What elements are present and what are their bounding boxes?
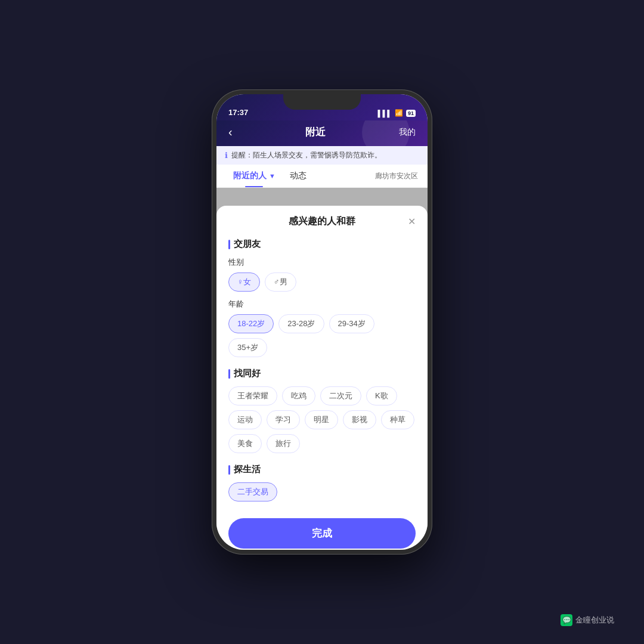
back-button[interactable]: ‹: [228, 125, 233, 139]
tab-nearby[interactable]: 附近的人 ▼: [226, 165, 283, 187]
section-title-find-hobby: 找同好: [234, 368, 261, 379]
tag-food[interactable]: 美食: [228, 434, 262, 453]
filter-icon[interactable]: ▼: [269, 172, 275, 179]
tag-age-35plus[interactable]: 35+岁: [228, 338, 267, 357]
wechat-icon: 💬: [561, 614, 572, 626]
app-header: ‹ 附近 我的: [216, 120, 428, 146]
tag-wzry[interactable]: 王者荣耀: [228, 386, 277, 405]
field-label-age: 年龄: [228, 299, 416, 309]
age-tags: 18-22岁 23-28岁 29-34岁 35+岁: [228, 314, 416, 357]
wifi-icon: 📶: [395, 109, 403, 117]
tab-dynamic[interactable]: 动态: [283, 165, 314, 187]
modal-overlay: 感兴趣的人和群 ✕ 交朋友 性别 ♀女 ♂男: [216, 188, 428, 550]
tag-film[interactable]: 影视: [343, 410, 376, 429]
section-explore-life: 探生活 二手交易: [228, 464, 416, 501]
field-label-gender: 性别: [228, 257, 416, 268]
tag-sport[interactable]: 运动: [228, 410, 262, 429]
battery-icon: 91: [406, 110, 416, 117]
close-icon[interactable]: ✕: [408, 216, 416, 227]
header-title: 附近: [305, 125, 326, 139]
tab-bar: 附近的人 ▼ 动态 廊坊市安次区: [216, 165, 428, 188]
notice-text: 提醒：陌生人场景交友，需警惕诱导防范欺诈。: [231, 151, 382, 160]
section-title-explore-life: 探生活: [234, 464, 261, 475]
tag-age-29-34[interactable]: 29-34岁: [329, 314, 374, 333]
life-tags: 二手交易: [228, 482, 416, 501]
modal-header: 感兴趣的人和群 ✕: [228, 215, 416, 228]
modal-sheet: 感兴趣的人和群 ✕ 交朋友 性别 ♀女 ♂男: [216, 206, 428, 550]
tag-age-23-28[interactable]: 23-28岁: [278, 314, 324, 333]
tab-dynamic-label: 动态: [290, 171, 306, 181]
tag-grass[interactable]: 种草: [381, 410, 414, 429]
header-my[interactable]: 我的: [399, 127, 416, 138]
watermark-text: 金瞳创业说: [575, 615, 614, 626]
section-make-friends: 交朋友 性别 ♀女 ♂男 年龄 18-22岁: [228, 239, 416, 357]
tag-travel[interactable]: 旅行: [267, 434, 300, 453]
signal-icon: ▌▌▌: [378, 110, 392, 117]
tag-secondhand[interactable]: 二手交易: [228, 482, 277, 501]
tag-study[interactable]: 学习: [267, 410, 300, 429]
phone-screen: 17:37 ▌▌▌ 📶 91 ‹ 附近 我的 ℹ 提醒：陌生人场景交友，需警惕诱…: [216, 94, 428, 550]
field-gender: 性别 ♀女 ♂男: [228, 257, 416, 292]
section-header-make-friends: 交朋友: [228, 239, 416, 250]
section-bar-hobby: [228, 369, 230, 379]
field-age: 年龄 18-22岁 23-28岁 29-34岁 35+岁: [228, 299, 416, 357]
status-bar: 17:37 ▌▌▌ 📶 91: [216, 94, 428, 120]
modal-title: 感兴趣的人和群: [289, 215, 355, 228]
section-bar-life: [228, 465, 230, 475]
section-find-hobby: 找同好 王者荣耀 吃鸡 二次元 K歌 运动 学习 明星 影视 种草 美食 旅行: [228, 368, 416, 453]
tag-erci[interactable]: 二次元: [320, 386, 361, 405]
status-time: 17:37: [228, 108, 248, 117]
section-header-find-hobby: 找同好: [228, 368, 416, 379]
section-header-explore-life: 探生活: [228, 464, 416, 475]
hobby-tags: 王者荣耀 吃鸡 二次元 K歌 运动 学习 明星 影视 种草 美食 旅行: [228, 386, 416, 453]
section-title-make-friends: 交朋友: [234, 239, 261, 250]
tag-age-18-22[interactable]: 18-22岁: [228, 314, 274, 333]
notice-icon: ℹ: [225, 151, 228, 160]
tab-nearby-label: 附近的人: [233, 171, 267, 181]
phone-frame: 17:37 ▌▌▌ 📶 91 ‹ 附近 我的 ℹ 提醒：陌生人场景交友，需警惕诱…: [212, 89, 432, 555]
tag-kge[interactable]: K歌: [366, 386, 397, 405]
notice-bar: ℹ 提醒：陌生人场景交友，需警惕诱导防范欺诈。: [216, 146, 428, 165]
tab-location: 廊坊市安次区: [375, 171, 418, 181]
complete-button[interactable]: 完成: [228, 518, 416, 549]
tag-star[interactable]: 明星: [305, 410, 338, 429]
status-icons: ▌▌▌ 📶 91: [378, 109, 416, 117]
tag-male[interactable]: ♂男: [265, 273, 296, 292]
tag-chiji[interactable]: 吃鸡: [282, 386, 315, 405]
section-bar: [228, 240, 230, 249]
tag-female[interactable]: ♀女: [228, 273, 260, 292]
watermark: 💬 金瞳创业说: [561, 614, 614, 626]
gender-tags: ♀女 ♂男: [228, 273, 416, 292]
